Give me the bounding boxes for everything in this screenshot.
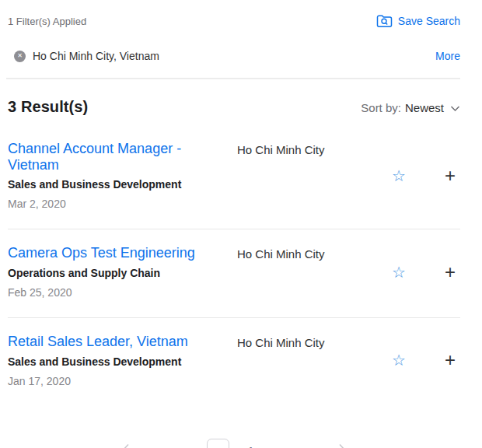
job-title-link[interactable]: Camera Ops Test Engineering xyxy=(8,245,195,261)
job-row-channel-account-manager: Channel Account Manager - Vietnam Sales … xyxy=(8,125,460,229)
job-location: Ho Chi Minh City xyxy=(237,334,392,387)
current-page-box[interactable]: 1 xyxy=(207,439,229,448)
job-results-list: Channel Account Manager - Vietnam Sales … xyxy=(8,125,460,406)
job-row-retail-sales-leader: Retail Sales Leader, Vietnam Sales and B… xyxy=(8,318,460,406)
job-team: Sales and Business Development xyxy=(8,355,237,368)
job-date: Feb 25, 2020 xyxy=(8,286,237,299)
job-team: Sales and Business Development xyxy=(8,178,237,191)
filter-chip-label: Ho Chi Minh City, Vietnam xyxy=(33,50,159,62)
previous-page-button[interactable] xyxy=(121,443,130,448)
save-search-icon xyxy=(376,14,393,28)
job-title-link[interactable]: Channel Account Manager - Vietnam xyxy=(8,141,224,173)
job-actions: ☆ + xyxy=(392,141,460,210)
filter-chip: ✕ Ho Chi Minh City, Vietnam xyxy=(14,50,159,62)
results-count: 3 Result(s) xyxy=(8,98,88,116)
page-indicator: 1 Of 1 xyxy=(207,439,261,448)
chevron-right-icon xyxy=(338,443,347,448)
sort-dropdown[interactable]: Sort by: Newest xyxy=(361,101,460,114)
job-search-results-page: 1 Filter(s) Applied Save Search ✕ Ho Chi… xyxy=(0,0,482,448)
remove-filter-icon[interactable]: ✕ xyxy=(14,51,26,62)
favorite-star-icon[interactable]: ☆ xyxy=(392,264,406,280)
job-actions: ☆ + xyxy=(392,334,460,387)
job-date: Jan 17, 2020 xyxy=(8,375,237,387)
job-location: Ho Chi Minh City xyxy=(237,141,392,210)
chevron-down-icon xyxy=(448,101,460,114)
filter-bar: 1 Filter(s) Applied Save Search xyxy=(8,14,460,28)
add-job-plus-icon[interactable]: + xyxy=(445,351,456,369)
more-link[interactable]: More xyxy=(435,50,460,62)
favorite-star-icon[interactable]: ☆ xyxy=(392,352,406,368)
divider xyxy=(6,78,460,79)
add-job-plus-icon[interactable]: + xyxy=(445,166,456,185)
sort-value: Newest xyxy=(405,101,444,114)
job-location: Ho Chi Minh City xyxy=(237,245,392,299)
job-main: Retail Sales Leader, Vietnam Sales and B… xyxy=(8,334,237,387)
chevron-left-icon xyxy=(121,443,130,448)
page-total-label: Of 1 xyxy=(239,445,261,448)
job-team: Operations and Supply Chain xyxy=(8,267,237,279)
applied-filters-row: ✕ Ho Chi Minh City, Vietnam More xyxy=(8,50,460,62)
save-search-label: Save Search xyxy=(398,15,460,27)
job-title-link[interactable]: Retail Sales Leader, Vietnam xyxy=(8,334,188,350)
sort-by-label: Sort by: xyxy=(361,101,401,114)
job-main: Camera Ops Test Engineering Operations a… xyxy=(8,245,237,299)
filters-applied-label: 1 Filter(s) Applied xyxy=(8,16,86,27)
pagination: 1 Of 1 xyxy=(121,439,347,448)
job-date: Mar 2, 2020 xyxy=(8,198,237,210)
save-search-button[interactable]: Save Search xyxy=(376,14,460,28)
job-row-camera-ops-test: Camera Ops Test Engineering Operations a… xyxy=(8,229,460,318)
results-header: 3 Result(s) Sort by: Newest xyxy=(8,98,460,116)
job-main: Channel Account Manager - Vietnam Sales … xyxy=(8,141,237,210)
job-actions: ☆ + xyxy=(392,245,460,299)
add-job-plus-icon[interactable]: + xyxy=(445,263,456,282)
next-page-button[interactable] xyxy=(338,443,347,448)
favorite-star-icon[interactable]: ☆ xyxy=(392,168,406,184)
